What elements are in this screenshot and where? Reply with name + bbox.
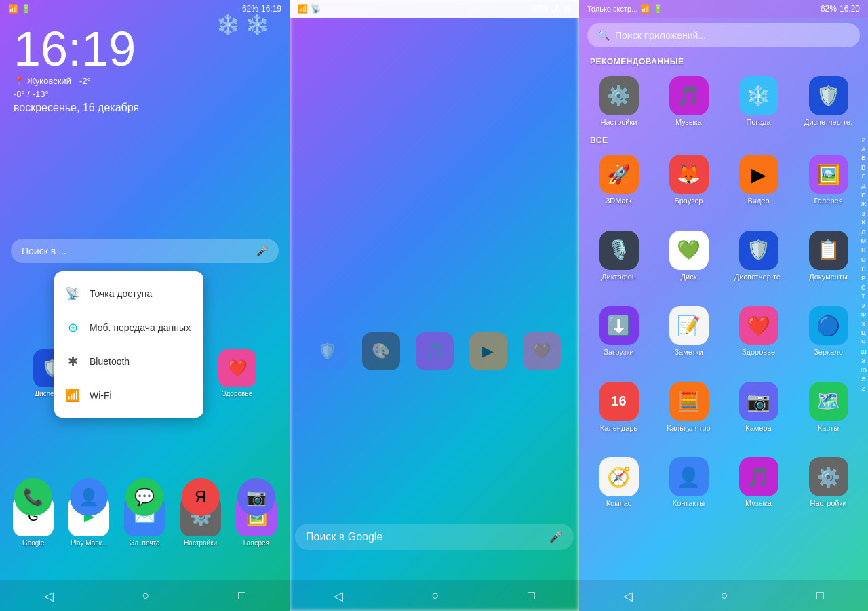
p3-home-btn[interactable]: ○ bbox=[721, 589, 728, 603]
p1-yandex[interactable]: Я bbox=[182, 478, 220, 516]
p1-date: воскресенье, 16 декабря bbox=[0, 99, 290, 117]
p2-search-area: Поиск в Google 🎤 bbox=[295, 524, 574, 550]
notes-icon: 📝 bbox=[669, 306, 709, 345]
context-item-hotspot[interactable]: 📡 Точка доступа bbox=[54, 277, 203, 311]
p3-recents-btn[interactable]: □ bbox=[816, 589, 824, 603]
p2-bg-apps: 🛡️ 🎨 🎵 ▶ ❤️ bbox=[290, 320, 579, 382]
p1-contacts[interactable]: 👤 bbox=[70, 478, 108, 516]
drive-icon: 💚 bbox=[669, 231, 709, 270]
p2-status-right: 62% 16:19 bbox=[532, 4, 571, 14]
p1-search-text: Поиск в ... bbox=[22, 245, 66, 256]
p3-status-right: 62% 16:20 bbox=[821, 4, 860, 14]
drawer-item-drive[interactable]: 💚 Диск bbox=[656, 228, 722, 300]
drawer-item-manager2[interactable]: 🛡️ Диспетчер те. bbox=[726, 228, 791, 300]
p3-recommended-grid: ⚙️ Настройки 🎵 Музыка ❄️ Погода 🛡️ Диспе… bbox=[579, 71, 868, 132]
3dmark-icon: 🚀 bbox=[599, 155, 639, 194]
yandex-icon: Я bbox=[182, 478, 220, 516]
music2-icon: 🎵 bbox=[739, 457, 778, 496]
bg-app-3: 🎵 bbox=[416, 332, 454, 370]
p3-search-bar[interactable]: 🔍 Поиск приложений... bbox=[587, 23, 860, 47]
p2-recents-btn[interactable]: □ bbox=[528, 589, 535, 603]
p2-back-btn[interactable]: ◁ bbox=[334, 589, 343, 604]
drawer-item-compass[interactable]: 🧭 Компас bbox=[586, 454, 652, 526]
drawer-item-browser[interactable]: 🦊 Браузер bbox=[656, 152, 722, 224]
drawer-item-gallery[interactable]: 🖼️ Галерея bbox=[795, 152, 861, 224]
location-icon: 📍 bbox=[14, 76, 24, 86]
drawer-item-settings2[interactable]: ⚙️ Настройки bbox=[795, 454, 861, 526]
drawer-item-camera[interactable]: 📷 Камера bbox=[726, 379, 791, 451]
settings2-icon: ⚙️ bbox=[809, 457, 848, 496]
p1-phone[interactable]: 📞 bbox=[14, 478, 52, 516]
manager2-icon: 🛡️ bbox=[739, 231, 778, 270]
browser-icon: 🦊 bbox=[669, 155, 709, 194]
camera-icon: 📷 bbox=[237, 478, 275, 516]
p2-home-btn[interactable]: ○ bbox=[432, 589, 439, 603]
search-icon: 🔍 bbox=[598, 30, 610, 41]
bg-app-1: 🛡️ bbox=[309, 332, 347, 370]
context-label-data: Моб. передача данных bbox=[90, 322, 191, 333]
drawer-item-recorder[interactable]: 🎙️ Диктофон bbox=[586, 228, 652, 300]
mirror-icon: 🔵 bbox=[809, 306, 848, 345]
drawer-item-video[interactable]: ▶ Видео bbox=[726, 152, 791, 224]
p1-time: 16:19 bbox=[261, 4, 281, 14]
drawer-item-mirror[interactable]: 🔵 Зеркало bbox=[795, 303, 861, 375]
drawer-item-health[interactable]: ❤️ Здоровье bbox=[726, 303, 791, 375]
p1-battery-text: 62% bbox=[242, 4, 258, 14]
recorder-icon: 🎙️ bbox=[599, 231, 639, 270]
drawer-item-notes[interactable]: 📝 Заметки bbox=[656, 303, 722, 375]
p3-battery-text: 62% bbox=[821, 4, 837, 14]
bg-app-4: ▶ bbox=[469, 332, 507, 370]
p2-mic-icon[interactable]: 🎤 bbox=[549, 530, 563, 543]
panel2-notification-shade: 📶 📡 62% 16:19 16:19 Воскресенье, 16 дека… bbox=[290, 0, 579, 611]
drawer-item-downloads[interactable]: ⬇️ Загрузки bbox=[586, 303, 652, 375]
gallery-drawer-icon: 🖼️ bbox=[809, 155, 848, 194]
drawer-item-weather[interactable]: ❄️ Погода bbox=[726, 73, 791, 129]
p1-camera[interactable]: 📷 bbox=[237, 478, 275, 516]
p3-signal-icon: 📶 bbox=[640, 4, 650, 14]
calc-icon: 🧮 bbox=[669, 382, 709, 421]
drawer-item-3dmark[interactable]: 🚀 3DMark bbox=[586, 152, 652, 224]
drawer-item-docs[interactable]: 📋 Документы bbox=[795, 228, 861, 300]
p3-alphabet-sidebar: # А Б В Г Д Е Ж З К Л М Н О П Р С Т У Ф … bbox=[861, 136, 867, 393]
health-drawer-icon: ❤️ bbox=[739, 306, 778, 345]
p1-home-btn[interactable]: ○ bbox=[142, 589, 150, 603]
docs-icon: 📋 bbox=[809, 231, 848, 270]
p1-extra-apps: 📞 👤 💬 Я 📷 bbox=[0, 478, 290, 516]
drawer-item-maps[interactable]: 🗺️ Карты bbox=[795, 379, 861, 451]
p2-battery-text: 62% bbox=[532, 4, 548, 14]
health-icon: ❤️ bbox=[218, 349, 256, 387]
p1-search-bar[interactable]: Поиск в ... 🎤 bbox=[11, 239, 279, 263]
drawer-item-calc[interactable]: 🧮 Калькулятор bbox=[656, 379, 722, 451]
context-item-bluetooth[interactable]: ✱ Bluetooth bbox=[54, 344, 203, 378]
p3-back-btn[interactable]: ◁ bbox=[623, 589, 633, 604]
drawer-item-contacts[interactable]: 👤 Контакты bbox=[656, 454, 722, 526]
p1-recents-btn[interactable]: □ bbox=[238, 589, 245, 603]
messages-icon: 💬 bbox=[125, 478, 163, 516]
drawer-item-calendar[interactable]: 16 Календарь bbox=[586, 379, 652, 451]
p1-mic-icon[interactable]: 🎤 bbox=[256, 245, 268, 256]
bg-app-5: ❤️ bbox=[523, 332, 561, 370]
drawer-item-manager[interactable]: 🛡️ Диспетчер те. bbox=[795, 73, 861, 129]
p1-weather-icon: ❄️ ❄️ bbox=[216, 14, 269, 36]
context-item-wifi[interactable]: 📶 Wi-Fi bbox=[54, 378, 203, 412]
p3-section-recommended: РЕКОМЕНДОВАННЫЕ bbox=[579, 53, 868, 71]
drawer-item-music2[interactable]: 🎵 Музыка bbox=[726, 454, 791, 526]
p3-battery-icon: 🔋 bbox=[653, 4, 663, 14]
p1-temp-range: -8° / -13° bbox=[0, 89, 290, 99]
drawer-item-settings[interactable]: ⚙️ Настройки bbox=[586, 73, 652, 129]
p2-status-bar: 📶 📡 62% 16:19 bbox=[290, 0, 579, 18]
drawer-item-music[interactable]: 🎵 Музыка bbox=[656, 73, 722, 129]
p3-status-bar: Только экстр... 📶 🔋 62% 16:20 bbox=[579, 0, 868, 18]
settings-drawer-icon: ⚙️ bbox=[599, 76, 639, 115]
p1-messages[interactable]: 💬 bbox=[125, 478, 163, 516]
p2-search-bar[interactable]: Поиск в Google 🎤 bbox=[295, 524, 574, 550]
manager-drawer-icon: 🛡️ bbox=[809, 76, 848, 115]
phone-icon: 📞 bbox=[14, 478, 52, 516]
p2-status-left: 📶 📡 bbox=[298, 4, 321, 14]
p3-status-left: Только экстр... 📶 🔋 bbox=[587, 4, 663, 14]
p1-app-health[interactable]: ❤️ Здоровье bbox=[218, 349, 256, 397]
p1-back-btn[interactable]: ◁ bbox=[44, 589, 54, 604]
p3-all-apps-grid: 🚀 3DMark 🦊 Браузер ▶ Видео 🖼️ Галерея 🎙️… bbox=[579, 149, 868, 529]
context-item-data[interactable]: ⊕ Моб. передача данных bbox=[54, 311, 203, 344]
context-label-bluetooth: Bluetooth bbox=[90, 356, 130, 367]
